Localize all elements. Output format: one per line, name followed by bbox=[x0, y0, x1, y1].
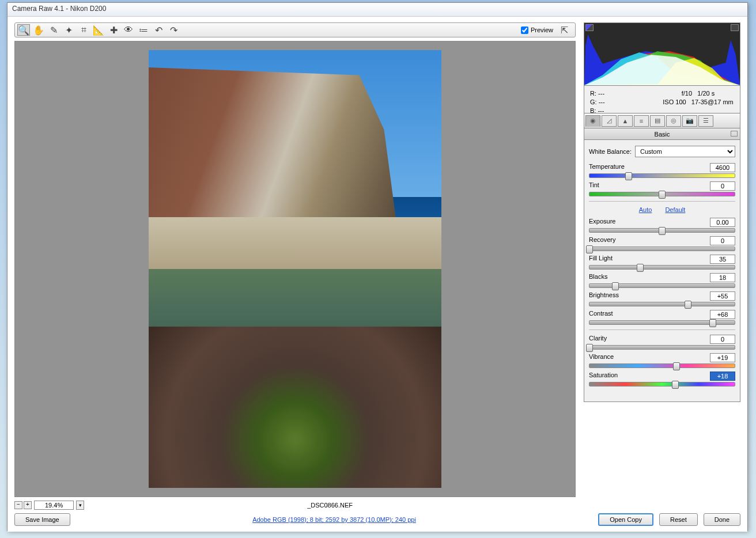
auto-link[interactable]: Auto bbox=[639, 206, 652, 213]
slider-tint-track[interactable] bbox=[589, 192, 735, 196]
slider-brightness-value[interactable]: +55 bbox=[710, 291, 735, 301]
slider-tint-label: Tint bbox=[589, 181, 599, 191]
zoom-out-button[interactable]: − bbox=[14, 501, 22, 509]
zoom-in-button[interactable]: + bbox=[24, 501, 32, 509]
panel-name: Basic bbox=[655, 131, 670, 138]
exif-g: G: --- bbox=[590, 98, 662, 107]
slider-recovery-thumb[interactable] bbox=[586, 245, 593, 253]
slider-contrast-value[interactable]: +68 bbox=[710, 310, 735, 319]
rotate-ccw-icon[interactable]: ↶ bbox=[152, 24, 165, 36]
tab-lens-icon[interactable]: ◎ bbox=[666, 115, 681, 127]
slider-vibrance-value[interactable]: +19 bbox=[710, 353, 735, 362]
slider-contrast-thumb[interactable] bbox=[709, 319, 716, 327]
crop-tool-icon[interactable]: ⌗ bbox=[77, 24, 90, 36]
slider-contrast-track[interactable] bbox=[589, 320, 735, 325]
slider-fill-value[interactable]: 35 bbox=[710, 255, 735, 264]
rotate-cw-icon[interactable]: ↷ bbox=[167, 24, 180, 36]
slider-blacks: Blacks 18 bbox=[589, 273, 735, 288]
wb-eyedropper-icon[interactable]: ✎ bbox=[47, 24, 60, 36]
slider-vibrance-label: Vibrance bbox=[589, 353, 614, 362]
slider-clarity: Clarity 0 bbox=[589, 335, 735, 350]
default-link[interactable]: Default bbox=[665, 206, 685, 213]
slider-tint-thumb[interactable] bbox=[659, 191, 666, 199]
preview-checkbox[interactable]: Preview bbox=[521, 26, 553, 34]
preview-label: Preview bbox=[531, 26, 553, 33]
exif-shutter: 1/20 s bbox=[697, 90, 715, 97]
slider-saturation-thumb[interactable] bbox=[672, 381, 679, 389]
highlight-clip-icon[interactable] bbox=[731, 24, 739, 31]
slider-tint-value[interactable]: 0 bbox=[710, 181, 735, 191]
white-balance-select[interactable]: Custom bbox=[635, 146, 735, 157]
color-sampler-icon[interactable]: ✦ bbox=[62, 24, 75, 36]
slider-tint: Tint 0 bbox=[589, 181, 735, 196]
fullscreen-icon[interactable]: ⇱ bbox=[558, 24, 570, 36]
slider-exposure-track[interactable] bbox=[589, 228, 735, 233]
tab-split-icon[interactable]: ▤ bbox=[650, 115, 665, 127]
tab-basic-icon[interactable]: ◉ bbox=[585, 115, 600, 127]
straighten-tool-icon[interactable]: 📐 bbox=[92, 24, 105, 36]
slider-saturation-track[interactable] bbox=[589, 382, 735, 387]
tab-detail-icon[interactable]: ▲ bbox=[618, 115, 633, 127]
slider-temperature-track[interactable] bbox=[589, 173, 735, 178]
slider-fill-track[interactable] bbox=[589, 265, 735, 270]
slider-vibrance-track[interactable] bbox=[589, 363, 735, 368]
slider-brightness: Brightness +55 bbox=[589, 291, 735, 306]
slider-brightness-thumb[interactable] bbox=[685, 301, 691, 309]
prefs-icon[interactable]: ≔ bbox=[137, 24, 150, 36]
slider-blacks-track[interactable] bbox=[589, 283, 735, 288]
slider-brightness-track[interactable] bbox=[589, 302, 735, 306]
workflow-link[interactable]: Adobe RGB (1998); 8 bit; 2592 by 3872 (1… bbox=[70, 516, 599, 523]
zoom-value[interactable]: 19.4% bbox=[34, 501, 74, 510]
exif-readout: R: --- G: --- B: --- f/10 1/20 s ISO 100… bbox=[584, 86, 740, 113]
slider-clarity-thumb[interactable] bbox=[586, 344, 593, 352]
wb-label: White Balance: bbox=[589, 148, 632, 155]
shadow-clip-icon[interactable] bbox=[585, 24, 594, 31]
retouch-tool-icon[interactable]: ✚ bbox=[107, 24, 120, 36]
redeye-tool-icon[interactable]: 👁 bbox=[122, 24, 135, 36]
exif-r: R: --- bbox=[590, 89, 662, 98]
slider-temperature-value[interactable]: 4600 bbox=[710, 163, 735, 172]
tab-presets-icon[interactable]: ☰ bbox=[698, 115, 713, 127]
tab-camera-icon[interactable]: 📷 bbox=[682, 115, 697, 127]
exif-lens: 17-35@17 mm bbox=[691, 98, 734, 105]
image-canvas[interactable] bbox=[14, 41, 576, 497]
slider-exposure-thumb[interactable] bbox=[659, 227, 666, 235]
slider-recovery-track[interactable] bbox=[589, 247, 735, 251]
zoom-dropdown[interactable]: ▾ bbox=[76, 501, 84, 510]
tab-curve-icon[interactable]: ◿ bbox=[602, 115, 617, 127]
save-image-button[interactable]: Save Image bbox=[14, 513, 70, 526]
slider-contrast-label: Contrast bbox=[589, 310, 613, 319]
content: 🔍 ✋ ✎ ✦ ⌗ 📐 ✚ 👁 ≔ ↶ ↷ Preview ⇱ − bbox=[7, 17, 747, 532]
slider-blacks-thumb[interactable] bbox=[612, 282, 619, 290]
slider-temperature-thumb[interactable] bbox=[625, 172, 632, 180]
slider-vibrance-thumb[interactable] bbox=[673, 362, 680, 370]
preview-check-input[interactable] bbox=[521, 26, 528, 34]
open-copy-button[interactable]: Open Copy bbox=[598, 513, 653, 526]
exif-aperture: f/10 bbox=[682, 90, 692, 97]
zoom-tool-icon[interactable]: 🔍 bbox=[17, 24, 30, 36]
slider-saturation-value[interactable]: +18 bbox=[710, 372, 735, 381]
slider-vibrance: Vibrance +19 bbox=[589, 353, 735, 368]
panel-title: Basic bbox=[584, 128, 740, 140]
tab-hsl-icon[interactable]: ≡ bbox=[634, 115, 649, 127]
toolbar: 🔍 ✋ ✎ ✦ ⌗ 📐 ✚ 👁 ≔ ↶ ↷ Preview ⇱ bbox=[14, 22, 576, 37]
slider-recovery-value[interactable]: 0 bbox=[710, 236, 735, 245]
slider-recovery-label: Recovery bbox=[589, 236, 615, 245]
panel-menu-icon[interactable] bbox=[731, 131, 738, 137]
slider-clarity-track[interactable] bbox=[589, 345, 735, 350]
slider-exposure-value[interactable]: 0.00 bbox=[710, 218, 735, 227]
panel-body: White Balance: Custom Temperature 4600 T… bbox=[584, 140, 740, 402]
done-button[interactable]: Done bbox=[704, 513, 740, 526]
title-bar: Camera Raw 4.1 - Nikon D200 bbox=[7, 3, 747, 17]
app-window: Camera Raw 4.1 - Nikon D200 🔍 ✋ ✎ ✦ ⌗ 📐 … bbox=[7, 2, 748, 531]
slider-clarity-value[interactable]: 0 bbox=[710, 335, 735, 344]
slider-temperature-label: Temperature bbox=[589, 163, 625, 172]
slider-blacks-value[interactable]: 18 bbox=[710, 273, 735, 282]
histogram[interactable] bbox=[584, 22, 740, 86]
reset-button[interactable]: Reset bbox=[659, 513, 698, 526]
slider-exposure: Exposure 0.00 bbox=[589, 218, 735, 233]
slider-fill-thumb[interactable] bbox=[637, 264, 644, 272]
bottom-bar: Save Image Adobe RGB (1998); 8 bit; 2592… bbox=[14, 512, 740, 527]
slider-saturation-label: Saturation bbox=[589, 372, 618, 381]
hand-tool-icon[interactable]: ✋ bbox=[32, 24, 45, 36]
